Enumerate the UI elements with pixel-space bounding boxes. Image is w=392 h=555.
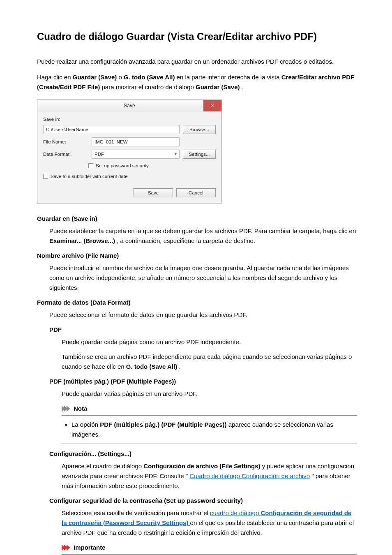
password-security-checkbox[interactable] bbox=[88, 163, 93, 168]
text: Guardar (Save) bbox=[196, 83, 240, 90]
file-name-dd: Puede introducir el nombre de archivo de… bbox=[37, 263, 357, 293]
data-format-dt: Formato de datos (Data Format) bbox=[37, 298, 357, 308]
settings-dt: Configuración... (Settings...) bbox=[37, 449, 357, 459]
important-title: Importante bbox=[74, 543, 106, 553]
save-button[interactable]: Save bbox=[134, 188, 173, 197]
pdf-dt: PDF bbox=[37, 325, 357, 335]
file-name-label: File Name: bbox=[43, 138, 88, 146]
text: . bbox=[179, 363, 180, 370]
save-in-input[interactable]: C:\Users\UserName bbox=[43, 125, 180, 134]
text: C:\Users\UserName bbox=[46, 126, 88, 133]
note-item: La opción PDF (múltiples pág.) (PDF (Mul… bbox=[71, 420, 355, 439]
dialog-title-text: Save bbox=[124, 103, 135, 109]
pdf-dd2: También se crea un archivo PDF independi… bbox=[37, 352, 357, 372]
pwsecurity-dd: Seleccione esta casilla de verificación … bbox=[37, 508, 357, 538]
settings-button[interactable]: Settings... bbox=[183, 150, 216, 159]
important-box: Importante Cuando se edita un archivo PD… bbox=[62, 543, 357, 555]
save-in-dd: Puede establecer la carpeta en la que se… bbox=[37, 226, 357, 246]
text: Haga clic en bbox=[37, 74, 73, 81]
file-settings-link[interactable]: Cuadro de diálogo Configuración de archi… bbox=[189, 472, 310, 479]
text: Guardar (Save) bbox=[73, 74, 117, 81]
text: Configuración de archivo (File Settings) bbox=[143, 462, 260, 469]
pdfmulti-dd: Puede guardar varias páginas en un archi… bbox=[37, 389, 357, 399]
note-box: Nota La opción PDF (múltiples pág.) (PDF… bbox=[62, 404, 357, 444]
text: para mostrar el cuadro de diálogo bbox=[102, 83, 196, 90]
text: G. todo (Save All) bbox=[124, 74, 175, 81]
data-format-label: Data Format: bbox=[43, 150, 88, 158]
intro-paragraph: Puede realizar una configuración avanzad… bbox=[37, 57, 357, 67]
settings-dd: Aparece el cuadro de diálogo Configuraci… bbox=[37, 461, 357, 491]
save-in-dt: Guardar en (Save in) bbox=[37, 214, 357, 224]
file-name-input[interactable]: IMG_001_NEW bbox=[92, 137, 180, 146]
data-format-dd: Puede seleccionar el formato de datos en… bbox=[37, 310, 357, 320]
text: en la parte inferior derecha de la vista bbox=[177, 74, 281, 81]
data-format-select[interactable]: PDF ▾ bbox=[92, 150, 180, 159]
pwsecurity-dt: Configurar seguridad de la contraseña (S… bbox=[37, 496, 357, 506]
note-chevrons-icon bbox=[62, 406, 72, 412]
pdfmulti-dt: PDF (múltiples pág.) (PDF (Multiple Page… bbox=[37, 377, 357, 386]
subfolder-label: Save to a subfolder with current date bbox=[51, 173, 127, 180]
text: , a continuación, especifique la carpeta… bbox=[117, 237, 255, 244]
chevron-down-icon: ▾ bbox=[175, 151, 177, 157]
text: Puede establecer la carpeta en la que se… bbox=[49, 227, 356, 234]
text: Seleccione esta casilla de verificación … bbox=[62, 509, 210, 516]
browse-button[interactable]: Browse... bbox=[183, 125, 216, 134]
text: Aparece el cuadro de diálogo bbox=[62, 462, 143, 469]
text: PDF bbox=[95, 150, 104, 158]
page-title: Cuadro de diálogo Guardar (Vista Crear/E… bbox=[37, 29, 357, 44]
file-name-dt: Nombre archivo (File Name) bbox=[37, 251, 357, 261]
save-in-label: Save in: bbox=[43, 116, 216, 123]
password-security-label: Set up password security bbox=[96, 162, 148, 169]
text: cuadro de diálogo bbox=[210, 509, 261, 516]
close-icon[interactable]: × bbox=[203, 100, 221, 111]
dialog-titlebar: Save × bbox=[37, 100, 221, 111]
important-chevrons-icon bbox=[62, 545, 72, 550]
text: Examinar... (Browse...) bbox=[49, 237, 115, 244]
text: . bbox=[242, 83, 243, 90]
pdf-dd1: Puede guardar cada página como un archiv… bbox=[37, 337, 357, 347]
text: La opción bbox=[71, 421, 100, 428]
divider bbox=[43, 184, 216, 184]
subfolder-checkbox[interactable] bbox=[43, 174, 48, 179]
text: PDF (múltiples pág.) (PDF (Multiple Page… bbox=[100, 421, 226, 428]
text: IMG_001_NEW bbox=[95, 138, 128, 146]
cancel-button[interactable]: Cancel bbox=[176, 188, 216, 197]
text: o bbox=[118, 74, 124, 81]
note-title: Nota bbox=[74, 404, 87, 414]
save-dialog: Save × Save in: C:\Users\UserName Browse… bbox=[37, 99, 222, 203]
text: También se crea un archivo PDF independi… bbox=[62, 353, 352, 370]
text: G. todo (Save All) bbox=[126, 363, 177, 370]
intro2-paragraph: Haga clic en Guardar (Save) o G. todo (S… bbox=[37, 72, 357, 92]
